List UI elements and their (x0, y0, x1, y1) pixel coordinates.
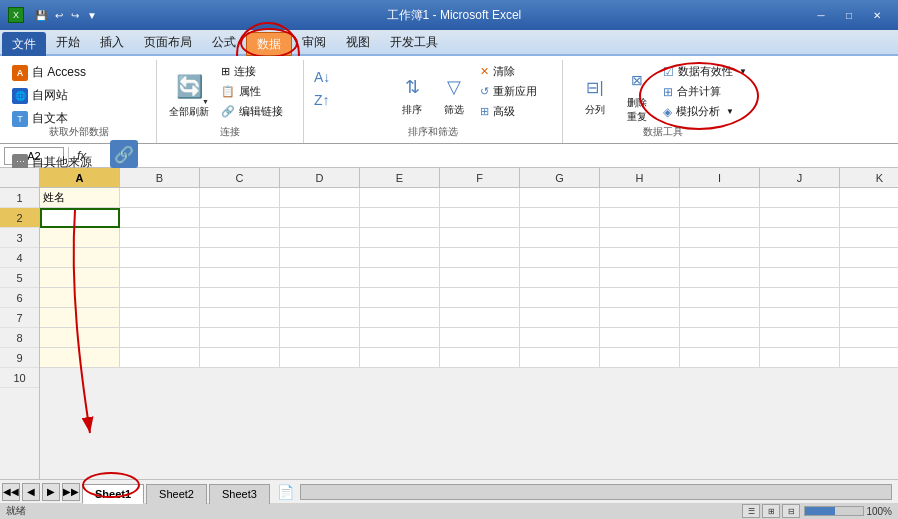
col-header-c[interactable]: C (200, 168, 280, 187)
sheet-scrollbar[interactable] (300, 484, 892, 500)
cell-g1[interactable] (520, 188, 600, 208)
advanced-btn[interactable]: ⊞ 高级 (476, 102, 556, 121)
text-to-column-btn[interactable]: ⊟| 分列 (575, 62, 615, 128)
cell-i2[interactable] (680, 208, 760, 228)
page-break-view-btn[interactable]: ⊟ (782, 504, 800, 518)
data-validation-btn[interactable]: ☑ 数据有效性 ▼ (659, 62, 751, 81)
cell-k1[interactable] (840, 188, 898, 208)
tab-data[interactable]: 数据 (246, 32, 292, 56)
undo-quick-btn[interactable]: ↩ (52, 8, 66, 23)
remove-duplicates-btn[interactable]: ⊠ 删除 重复 (617, 62, 657, 128)
col-header-f[interactable]: F (440, 168, 520, 187)
tab-view[interactable]: 视图 (336, 30, 380, 54)
cell-c2[interactable] (200, 208, 280, 228)
cell-f2[interactable] (440, 208, 520, 228)
connections-btn[interactable]: ⊞ 连接 (217, 62, 297, 81)
sheet1-tab[interactable]: Sheet1 (82, 484, 144, 504)
col-header-g[interactable]: G (520, 168, 600, 187)
text-to-col-label: 分列 (585, 103, 605, 117)
cell-a1[interactable]: 姓名 (40, 188, 120, 208)
row-num-5[interactable]: 5 (0, 268, 39, 288)
row-num-2[interactable]: 2 (0, 208, 39, 228)
col-header-h[interactable]: H (600, 168, 680, 187)
qa-dropdown-btn[interactable]: ▼ (84, 8, 100, 23)
refresh-all-btn[interactable]: 🔄 ▼ 全部刷新 (163, 62, 215, 128)
tab-home[interactable]: 开始 (46, 30, 90, 54)
sort-za-btn[interactable]: Z↑ (310, 89, 390, 111)
text-to-col-icon: ⊟| (581, 73, 609, 101)
sheet-nav-first[interactable]: ◀◀ (2, 483, 20, 501)
col-header-k[interactable]: K (840, 168, 898, 187)
cell-b2[interactable] (120, 208, 200, 228)
tab-insert[interactable]: 插入 (90, 30, 134, 54)
cell-g2[interactable] (520, 208, 600, 228)
close-button[interactable]: ✕ (864, 5, 890, 25)
minimize-button[interactable]: ─ (808, 5, 834, 25)
col-header-i[interactable]: I (680, 168, 760, 187)
data-valid-label: 数据有效性 (678, 64, 733, 79)
cell-j1[interactable] (760, 188, 840, 208)
row-num-4[interactable]: 4 (0, 248, 39, 268)
maximize-button[interactable]: □ (836, 5, 862, 25)
row-num-7[interactable]: 7 (0, 308, 39, 328)
cell-d2[interactable] (280, 208, 360, 228)
data-valid-dropdown[interactable]: ▼ (739, 67, 747, 76)
sort-az-btn[interactable]: A↓ (310, 66, 390, 88)
col-header-e[interactable]: E (360, 168, 440, 187)
cell-a2[interactable] (40, 208, 120, 228)
col-header-a[interactable]: A (40, 168, 120, 187)
sheet2-tab[interactable]: Sheet2 (146, 484, 207, 504)
reapply-btn[interactable]: ↺ 重新应用 (476, 82, 556, 101)
col-header-d[interactable]: D (280, 168, 360, 187)
consolidate-btn[interactable]: ⊞ 合并计算 (659, 82, 751, 101)
col-header-j[interactable]: J (760, 168, 840, 187)
row-num-9[interactable]: 9 (0, 348, 39, 368)
normal-view-btn[interactable]: ☰ (742, 504, 760, 518)
cell-c1[interactable] (200, 188, 280, 208)
web-btn[interactable]: 🌐 自网站 (8, 85, 72, 106)
ribbon: A 自 Access 🌐 自网站 T 自文本 ⋯ 自其他来源 🔗 现有连接 (0, 56, 898, 144)
row-number-header (0, 168, 40, 187)
sort-btn[interactable]: ⇅ 排序 (392, 62, 432, 128)
sheet-nav-next[interactable]: ▶ (42, 483, 60, 501)
redo-quick-btn[interactable]: ↪ (68, 8, 82, 23)
properties-btn[interactable]: 📋 属性 (217, 82, 297, 101)
cell-j2[interactable] (760, 208, 840, 228)
data-tools-group-label: 数据工具 (563, 125, 763, 139)
formula-input[interactable] (92, 147, 894, 165)
cell-e2[interactable] (360, 208, 440, 228)
zoom-slider[interactable] (804, 506, 864, 516)
cell-a3[interactable] (40, 228, 120, 248)
row-num-1[interactable]: 1 (0, 188, 39, 208)
sheet3-tab[interactable]: Sheet3 (209, 484, 270, 504)
tab-file[interactable]: 文件 (2, 32, 46, 56)
new-sheet-btn[interactable]: 📄 (276, 482, 296, 502)
filter-btn[interactable]: ▽ 筛选 (434, 62, 474, 128)
sheet-nav-prev[interactable]: ◀ (22, 483, 40, 501)
tab-developer[interactable]: 开发工具 (380, 30, 448, 54)
page-layout-view-btn[interactable]: ⊞ (762, 504, 780, 518)
cell-h2[interactable] (600, 208, 680, 228)
row-num-3[interactable]: 3 (0, 228, 39, 248)
save-quick-btn[interactable]: 💾 (32, 8, 50, 23)
row-num-6[interactable]: 6 (0, 288, 39, 308)
external-data-group-label: 获取外部数据 (2, 125, 156, 139)
cell-b1[interactable] (120, 188, 200, 208)
sheet-nav-last[interactable]: ▶▶ (62, 483, 80, 501)
access-btn[interactable]: A 自 Access (8, 62, 90, 83)
what-if-dropdown[interactable]: ▼ (726, 107, 734, 116)
cell-d1[interactable] (280, 188, 360, 208)
cell-e1[interactable] (360, 188, 440, 208)
cell-h1[interactable] (600, 188, 680, 208)
edit-links-btn[interactable]: 🔗 编辑链接 (217, 102, 297, 121)
row-num-10[interactable]: 10 (0, 368, 39, 388)
cell-k2[interactable] (840, 208, 898, 228)
col-header-b[interactable]: B (120, 168, 200, 187)
what-if-btn[interactable]: ◈ 模拟分析 ▼ (659, 102, 751, 121)
row-num-8[interactable]: 8 (0, 328, 39, 348)
cell-f1[interactable] (440, 188, 520, 208)
clear-btn[interactable]: ✕ 清除 (476, 62, 556, 81)
tab-pagelayout[interactable]: 页面布局 (134, 30, 202, 54)
data-tools-right-col: ☑ 数据有效性 ▼ ⊞ 合并计算 ◈ 模拟分析 ▼ (659, 62, 751, 121)
cell-i1[interactable] (680, 188, 760, 208)
